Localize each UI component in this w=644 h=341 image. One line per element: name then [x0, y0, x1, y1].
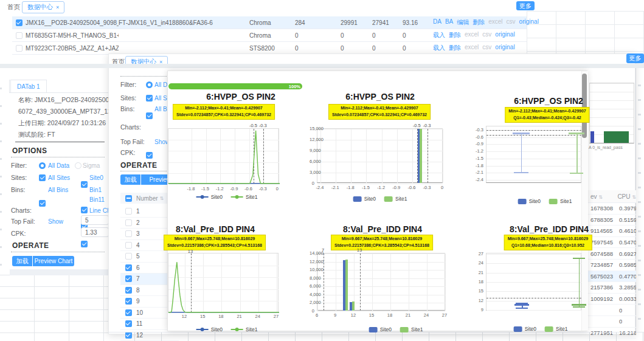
x-gridline: [382, 129, 383, 183]
action-link-csv[interactable]: csv: [482, 31, 491, 40]
number-row-checkbox[interactable]: [125, 208, 132, 215]
number-row-checkbox[interactable]: [125, 230, 132, 237]
mid-checkbox-all-sites[interactable]: [146, 95, 153, 102]
checkbox-line-chart-label: Line Ch: [89, 207, 110, 214]
parameter-row: 0: [587, 305, 636, 316]
tab-home-top[interactable]: 首页: [7, 3, 20, 12]
mid-checkbox-show[interactable]: [146, 152, 153, 159]
right-table-col1-sort-icon[interactable]: ⇅: [598, 195, 603, 200]
checkbox-site0[interactable]: [81, 181, 88, 188]
mid-load-button[interactable]: 加载: [120, 174, 140, 185]
action-link-excel[interactable]: excel: [488, 18, 502, 27]
number-row-checkbox[interactable]: [125, 298, 132, 305]
action-link-original[interactable]: original: [495, 44, 514, 52]
number-row-checkbox[interactable]: [125, 242, 132, 249]
action-link-DA[interactable]: DA: [433, 18, 441, 27]
legend-item-Site1[interactable]: Site1: [384, 196, 407, 202]
chart-annotation: Min=-2.112;Max=-0.41;Mean=-0.429907Q1=-0…: [505, 107, 589, 123]
annotation-line-2: Q1=10.68;Median=10.816;Q3=10.952: [508, 243, 589, 249]
stage-row: 测试阶段: FT: [18, 131, 55, 139]
x-tick-label: 15: [369, 312, 374, 318]
number-row-checkbox[interactable]: [125, 253, 132, 260]
legend-item-Site0[interactable]: Site0: [518, 198, 541, 204]
legend-item-Site1[interactable]: Site1: [549, 198, 572, 204]
annotation-line-1: Min=-2.112;Max=-0.41;Mean=-0.429907: [176, 105, 271, 112]
annotation-line-2: Stdev=0.22157386;CPK=3.285543;CP=4.51316…: [334, 243, 429, 249]
checkbox-bin1[interactable]: [81, 207, 88, 213]
number-row-checkbox-cell: [120, 275, 136, 282]
action-link-original[interactable]: original: [519, 18, 539, 27]
number-row-checkbox[interactable]: [125, 275, 132, 282]
more-button-top[interactable]: 更多: [516, 1, 535, 10]
parameter-row: 75975450.5470: [587, 237, 636, 249]
right-table-col2-sort-icon[interactable]: ⇅: [632, 195, 636, 200]
mid-number-header: Number: [136, 195, 158, 202]
tab-data-center-top[interactable]: 数据中心 ×: [22, 1, 64, 13]
number-cell: 7: [136, 275, 140, 282]
number-row-checkbox[interactable]: [125, 320, 132, 327]
mid-header-checkbox[interactable]: [125, 195, 132, 202]
background-bottom-ticks: [108, 332, 644, 341]
annotation-line-1: Min=-2.112;Max=-0.41;Mean=-0.429907: [508, 108, 586, 115]
parameter-row: 10091920.0033: [587, 294, 636, 305]
checkbox-all-bins[interactable]: [39, 200, 46, 207]
radio-all-data[interactable]: [39, 162, 46, 169]
legend-item-Site0[interactable]: Site0: [353, 196, 376, 202]
legend-item-Site1[interactable]: Site1: [545, 326, 567, 332]
action-link-original[interactable]: original: [495, 31, 514, 40]
checkbox-line-chart[interactable]: [81, 241, 88, 247]
row-checkbox[interactable]: [16, 19, 23, 26]
mid-number-sort-icon[interactable]: ⇅: [160, 196, 164, 201]
tab-close-icon[interactable]: ×: [56, 4, 59, 10]
preview-chart-button[interactable]: Preview Chart: [33, 256, 74, 266]
parameter-row: 72348570.5985: [587, 260, 636, 271]
number-row-checkbox[interactable]: [125, 264, 132, 271]
y-tick-label: 18: [448, 279, 483, 284]
action-link-csv[interactable]: csv: [507, 18, 516, 27]
topfail-input[interactable]: [81, 215, 109, 225]
action-link-载入[interactable]: 载入: [433, 31, 445, 40]
cpk-input[interactable]: [81, 227, 109, 237]
mid-checkbox-all-bins[interactable]: [146, 112, 153, 119]
mid-radio-all-data[interactable]: [146, 81, 153, 88]
legend-item-Site0[interactable]: Site0: [196, 194, 223, 200]
action-link-载入[interactable]: 载入: [433, 44, 445, 52]
radio-sigma[interactable]: [75, 162, 81, 169]
cpu-cell: 3.2855: [619, 284, 636, 291]
x-tick-label: -2.1: [331, 185, 339, 190]
legend-item-Site1[interactable]: Site1: [231, 326, 257, 332]
chart-bar-4: 8:Val_Pre_IDD PIN4Min=9.667;Max=25.748;M…: [310, 212, 448, 332]
legend-item-Site0[interactable]: Site0: [514, 326, 536, 332]
more-button-bottom[interactable]: 更多: [626, 53, 644, 63]
action-link-删除[interactable]: 删除: [449, 44, 461, 52]
charts-scrollbar-thumb[interactable]: [582, 74, 587, 138]
row-checkbox[interactable]: [16, 32, 23, 39]
x-gridline: [351, 129, 351, 183]
number-row-checkbox[interactable]: [125, 219, 132, 226]
action-link-excel[interactable]: excel: [465, 31, 479, 40]
name-label: 名称:: [18, 96, 33, 103]
action-link-删除[interactable]: 删除: [449, 31, 461, 40]
limit-line-vertical: [360, 253, 361, 311]
x-gridline: [397, 129, 398, 183]
action-link-删除[interactable]: 删除: [473, 18, 485, 27]
legend-item-Site0[interactable]: Site0: [369, 326, 392, 332]
action-link-编辑[interactable]: 编辑: [457, 18, 469, 27]
x-tick-label: 27: [274, 314, 279, 319]
radio-all-data-label: All Data: [48, 162, 69, 169]
chart-box-5: 8:Val_Pre_IDD PIN4Min=9.667;Max=25.748;M…: [448, 212, 582, 332]
checkbox-all-sites[interactable]: [39, 174, 46, 181]
legend-item-Site1[interactable]: Site1: [400, 326, 423, 332]
number-row-checkbox[interactable]: [125, 309, 132, 316]
legend-item-Site0[interactable]: Site0: [196, 326, 223, 332]
legend-item-Site1[interactable]: Site1: [231, 194, 257, 200]
y-gridline: [486, 301, 581, 301]
load-button[interactable]: 加载: [12, 256, 32, 266]
number-row-checkbox[interactable]: [125, 287, 132, 294]
row-checkbox[interactable]: [16, 45, 23, 52]
tab-datab1[interactable]: DATab 1: [10, 80, 47, 92]
action-link-csv[interactable]: csv: [482, 44, 491, 52]
action-link-BA[interactable]: BA: [445, 18, 453, 27]
legend-swatch-icon: [549, 199, 558, 204]
action-link-excel[interactable]: excel: [465, 44, 479, 52]
